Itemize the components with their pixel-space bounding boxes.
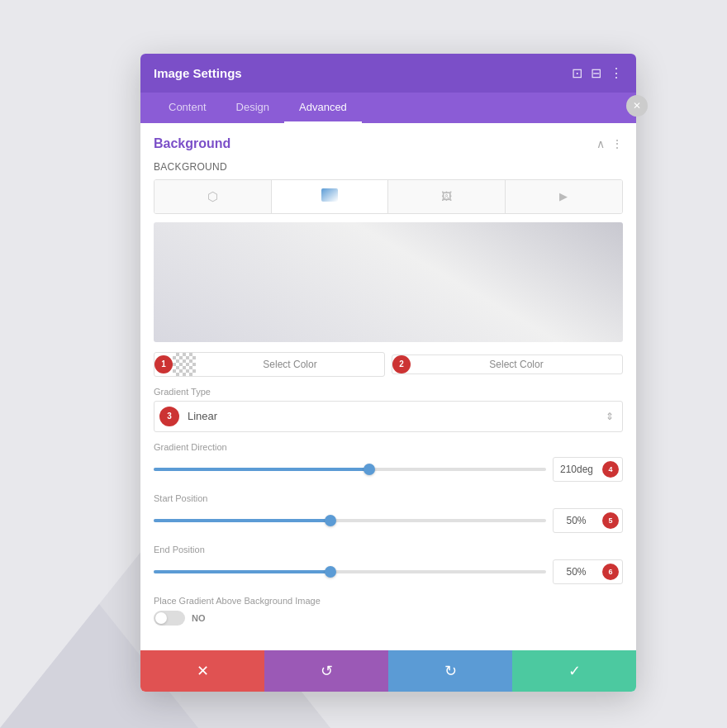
gradient-type-label: Gradient Type bbox=[154, 387, 623, 397]
slider-thumb[interactable] bbox=[325, 515, 336, 526]
save-button[interactable]: ✓ bbox=[512, 650, 636, 692]
start-position-label: Start Position bbox=[154, 493, 623, 503]
svg-rect-2 bbox=[321, 188, 338, 202]
bg-type-color[interactable]: ⬡ bbox=[154, 180, 272, 213]
slider-thumb[interactable] bbox=[325, 566, 336, 578]
columns-icon[interactable]: ⊟ bbox=[591, 65, 601, 81]
section-header: Background ∧ ⋮ bbox=[154, 136, 623, 151]
start-position-input-wrapper: 5 bbox=[553, 508, 623, 533]
slider-fill bbox=[154, 468, 369, 471]
modal-header: Image Settings ⊡ ⊟ ⋮ bbox=[140, 54, 636, 93]
toggle-knob bbox=[155, 612, 167, 624]
cancel-button[interactable]: ✕ bbox=[140, 650, 264, 692]
save-icon: ✓ bbox=[568, 662, 581, 680]
gradient-direction-track[interactable] bbox=[154, 461, 546, 478]
redo-icon: ↻ bbox=[444, 662, 457, 680]
place-gradient-row: Place Gradient Above Background Image NO bbox=[154, 596, 623, 626]
bg-type-video[interactable]: ▶ bbox=[506, 180, 623, 213]
modal-title: Image Settings bbox=[154, 66, 242, 80]
start-position-track[interactable] bbox=[154, 512, 546, 529]
gradient-direction-input[interactable] bbox=[554, 459, 599, 480]
end-position-badge: 6 bbox=[602, 564, 619, 580]
gradient-icon bbox=[321, 188, 338, 205]
modal-body: Background ∧ ⋮ Background ⬡ bbox=[140, 123, 636, 650]
stop-1-swatch bbox=[173, 353, 196, 376]
gradient-preview bbox=[154, 222, 623, 342]
slider-track bbox=[154, 570, 546, 573]
bg-type-image[interactable]: 🖼 bbox=[388, 180, 506, 213]
place-gradient-toggle[interactable] bbox=[154, 611, 185, 626]
slider-track bbox=[154, 519, 546, 522]
place-gradient-label: Place Gradient Above Background Image bbox=[154, 596, 623, 606]
background-section: Background ∧ ⋮ Background ⬡ bbox=[140, 123, 636, 650]
tab-bar: Content Design Advanced bbox=[140, 93, 636, 123]
slider-track bbox=[154, 468, 546, 471]
modal: Image Settings ⊡ ⊟ ⋮ Content Design Adva… bbox=[140, 54, 636, 692]
tab-advanced[interactable]: Advanced bbox=[284, 93, 362, 123]
slider-thumb[interactable] bbox=[364, 464, 375, 475]
close-outside-button[interactable]: ✕ bbox=[626, 95, 648, 117]
color-stop-2[interactable]: 2 Select Color bbox=[392, 354, 623, 374]
background-label: Background bbox=[154, 161, 623, 173]
stop-1-label: Select Color bbox=[196, 359, 384, 370]
gradient-preview-inner bbox=[154, 222, 623, 342]
gradient-direction-badge: 4 bbox=[602, 461, 619, 478]
section-title: Background bbox=[154, 136, 230, 151]
color-icon: ⬡ bbox=[207, 189, 218, 204]
fullscreen-icon[interactable]: ⊡ bbox=[572, 65, 582, 81]
end-position-input[interactable] bbox=[554, 561, 599, 583]
bg-type-tabs: ⬡ 🖼 ▶ bbox=[154, 179, 623, 214]
gradient-type-select[interactable]: Linear Radial Conic bbox=[184, 403, 597, 429]
select-arrow-icon: ⇕ bbox=[597, 411, 622, 422]
gradient-direction-slider-group: 4 bbox=[154, 457, 623, 482]
gradient-direction-input-wrapper: 4 bbox=[553, 457, 623, 482]
tab-content[interactable]: Content bbox=[154, 93, 221, 123]
modal-wrapper: Image Settings ⊡ ⊟ ⋮ Content Design Adva… bbox=[140, 54, 636, 692]
undo-button[interactable]: ↺ bbox=[264, 650, 388, 692]
end-position-input-wrapper: 6 bbox=[553, 559, 623, 584]
section-more-icon[interactable]: ⋮ bbox=[611, 137, 623, 150]
tab-design[interactable]: Design bbox=[221, 93, 284, 123]
toggle-wrapper: NO bbox=[154, 611, 623, 626]
stop-2-badge: 2 bbox=[392, 355, 411, 374]
modal-footer: ✕ ↺ ↻ ✓ bbox=[140, 650, 636, 692]
cancel-icon: ✕ bbox=[197, 662, 209, 680]
stop-2-label: Select Color bbox=[411, 359, 622, 370]
header-icons: ⊡ ⊟ ⋮ bbox=[572, 65, 623, 81]
start-position-badge: 5 bbox=[602, 512, 619, 529]
start-position-row: Start Position 5 bbox=[154, 493, 623, 533]
redo-button[interactable]: ↻ bbox=[388, 650, 512, 692]
toggle-label: NO bbox=[192, 613, 206, 623]
gradient-direction-row: Gradient Direction 4 bbox=[154, 442, 623, 482]
color-stop-1[interactable]: 1 Select Color bbox=[154, 352, 385, 377]
section-controls: ∧ ⋮ bbox=[596, 137, 623, 150]
collapse-icon[interactable]: ∧ bbox=[596, 137, 605, 150]
more-icon[interactable]: ⋮ bbox=[610, 65, 623, 81]
slider-fill bbox=[154, 570, 330, 573]
color-stops-row: 1 Select Color 2 Select Color bbox=[154, 352, 623, 377]
gradient-type-select-wrapper: 3 Linear Radial Conic ⇕ bbox=[154, 401, 623, 432]
gradient-direction-label: Gradient Direction bbox=[154, 442, 623, 452]
start-position-input[interactable] bbox=[554, 510, 599, 531]
gradient-type-badge: 3 bbox=[159, 407, 179, 426]
video-icon: ▶ bbox=[559, 190, 568, 202]
end-position-label: End Position bbox=[154, 545, 623, 554]
start-position-slider-group: 5 bbox=[154, 508, 623, 533]
gradient-type-row: Gradient Type 3 Linear Radial Conic ⇕ bbox=[154, 387, 623, 432]
end-position-slider-group: 6 bbox=[154, 559, 623, 584]
undo-icon: ↺ bbox=[321, 662, 333, 680]
end-position-row: End Position 6 bbox=[154, 545, 623, 584]
bg-type-gradient[interactable] bbox=[272, 180, 389, 213]
stop-1-badge: 1 bbox=[154, 355, 173, 374]
slider-fill bbox=[154, 519, 330, 522]
image-icon: 🖼 bbox=[441, 190, 452, 202]
end-position-track[interactable] bbox=[154, 564, 546, 580]
